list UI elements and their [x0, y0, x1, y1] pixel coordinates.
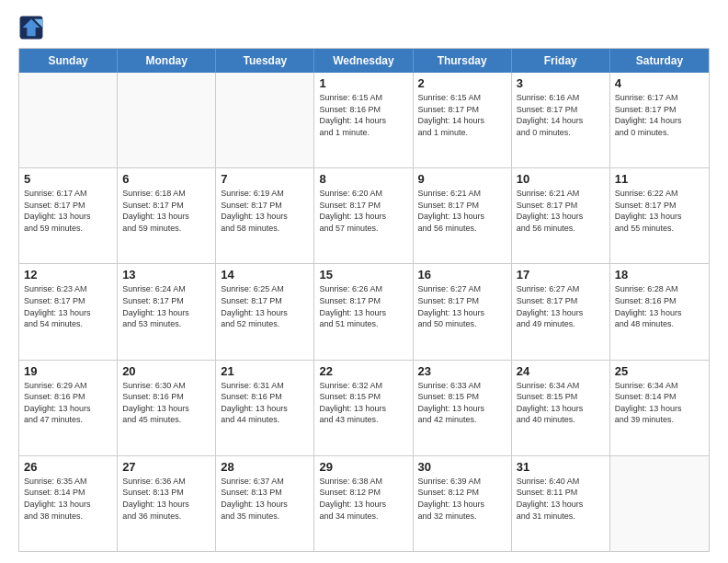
- day-number: 18: [615, 268, 704, 282]
- header-day-wednesday: Wednesday: [314, 49, 413, 73]
- day-number: 10: [517, 172, 605, 186]
- day-number: 2: [418, 76, 506, 90]
- logo-icon: [18, 15, 44, 40]
- day-info: Sunrise: 6:36 AM Sunset: 8:13 PM Dayligh…: [122, 476, 210, 522]
- empty-cell-4-6: [610, 456, 709, 551]
- day-number: 30: [418, 460, 506, 474]
- day-info: Sunrise: 6:29 AM Sunset: 8:16 PM Dayligh…: [24, 380, 112, 426]
- day-info: Sunrise: 6:23 AM Sunset: 8:17 PM Dayligh…: [24, 283, 112, 329]
- day-cell-6: 6Sunrise: 6:18 AM Sunset: 8:17 PM Daylig…: [118, 168, 216, 263]
- day-info: Sunrise: 6:34 AM Sunset: 8:14 PM Dayligh…: [615, 380, 704, 426]
- day-info: Sunrise: 6:15 AM Sunset: 8:17 PM Dayligh…: [418, 92, 506, 138]
- calendar: SundayMondayTuesdayWednesdayThursdayFrid…: [18, 48, 710, 552]
- calendar-row-3: 19Sunrise: 6:29 AM Sunset: 8:16 PM Dayli…: [19, 360, 709, 455]
- day-info: Sunrise: 6:25 AM Sunset: 8:17 PM Dayligh…: [221, 283, 309, 329]
- calendar-row-2: 12Sunrise: 6:23 AM Sunset: 8:17 PM Dayli…: [19, 263, 709, 359]
- day-cell-28: 28Sunrise: 6:37 AM Sunset: 8:13 PM Dayli…: [216, 456, 314, 551]
- day-info: Sunrise: 6:31 AM Sunset: 8:16 PM Dayligh…: [221, 380, 309, 426]
- header: [18, 15, 710, 40]
- header-day-sunday: Sunday: [19, 49, 118, 73]
- day-info: Sunrise: 6:19 AM Sunset: 8:17 PM Dayligh…: [221, 188, 309, 234]
- day-info: Sunrise: 6:27 AM Sunset: 8:17 PM Dayligh…: [418, 283, 506, 329]
- day-cell-16: 16Sunrise: 6:27 AM Sunset: 8:17 PM Dayli…: [414, 264, 512, 359]
- day-number: 17: [517, 268, 605, 282]
- day-info: Sunrise: 6:20 AM Sunset: 8:17 PM Dayligh…: [319, 188, 407, 234]
- day-info: Sunrise: 6:26 AM Sunset: 8:17 PM Dayligh…: [319, 283, 407, 329]
- day-number: 8: [319, 172, 407, 186]
- day-cell-18: 18Sunrise: 6:28 AM Sunset: 8:16 PM Dayli…: [610, 264, 709, 359]
- day-info: Sunrise: 6:28 AM Sunset: 8:16 PM Dayligh…: [615, 283, 704, 329]
- day-info: Sunrise: 6:24 AM Sunset: 8:17 PM Dayligh…: [122, 283, 210, 329]
- day-info: Sunrise: 6:37 AM Sunset: 8:13 PM Dayligh…: [221, 476, 309, 522]
- day-number: 15: [319, 268, 407, 282]
- day-cell-11: 11Sunrise: 6:22 AM Sunset: 8:17 PM Dayli…: [610, 168, 709, 263]
- day-number: 27: [122, 460, 210, 474]
- day-number: 13: [122, 268, 210, 282]
- day-cell-3: 3Sunrise: 6:16 AM Sunset: 8:17 PM Daylig…: [512, 73, 610, 167]
- day-cell-10: 10Sunrise: 6:21 AM Sunset: 8:17 PM Dayli…: [512, 168, 610, 263]
- calendar-row-4: 26Sunrise: 6:35 AM Sunset: 8:14 PM Dayli…: [19, 455, 709, 551]
- day-info: Sunrise: 6:17 AM Sunset: 8:17 PM Dayligh…: [24, 188, 112, 234]
- header-day-tuesday: Tuesday: [216, 49, 314, 73]
- day-number: 7: [221, 172, 309, 186]
- day-number: 25: [615, 364, 704, 378]
- day-number: 5: [24, 172, 112, 186]
- day-cell-22: 22Sunrise: 6:32 AM Sunset: 8:15 PM Dayli…: [314, 361, 413, 455]
- day-cell-4: 4Sunrise: 6:17 AM Sunset: 8:17 PM Daylig…: [610, 73, 709, 167]
- header-day-saturday: Saturday: [610, 49, 709, 73]
- day-number: 26: [24, 460, 112, 474]
- calendar-body: 1Sunrise: 6:15 AM Sunset: 8:16 PM Daylig…: [19, 73, 709, 551]
- calendar-row-0: 1Sunrise: 6:15 AM Sunset: 8:16 PM Daylig…: [19, 73, 709, 167]
- day-info: Sunrise: 6:30 AM Sunset: 8:16 PM Dayligh…: [122, 380, 210, 426]
- day-info: Sunrise: 6:39 AM Sunset: 8:12 PM Dayligh…: [418, 476, 506, 522]
- day-cell-13: 13Sunrise: 6:24 AM Sunset: 8:17 PM Dayli…: [118, 264, 216, 359]
- day-cell-20: 20Sunrise: 6:30 AM Sunset: 8:16 PM Dayli…: [118, 361, 216, 455]
- day-cell-24: 24Sunrise: 6:34 AM Sunset: 8:15 PM Dayli…: [512, 361, 610, 455]
- day-number: 9: [418, 172, 506, 186]
- day-info: Sunrise: 6:18 AM Sunset: 8:17 PM Dayligh…: [122, 188, 210, 234]
- day-cell-7: 7Sunrise: 6:19 AM Sunset: 8:17 PM Daylig…: [216, 168, 314, 263]
- header-day-monday: Monday: [118, 49, 216, 73]
- day-number: 21: [221, 364, 309, 378]
- empty-cell-0-0: [19, 73, 118, 167]
- day-cell-25: 25Sunrise: 6:34 AM Sunset: 8:14 PM Dayli…: [610, 361, 709, 455]
- day-info: Sunrise: 6:38 AM Sunset: 8:12 PM Dayligh…: [319, 476, 407, 522]
- day-number: 29: [319, 460, 407, 474]
- day-cell-5: 5Sunrise: 6:17 AM Sunset: 8:17 PM Daylig…: [19, 168, 118, 263]
- day-info: Sunrise: 6:34 AM Sunset: 8:15 PM Dayligh…: [517, 380, 605, 426]
- day-info: Sunrise: 6:22 AM Sunset: 8:17 PM Dayligh…: [615, 188, 704, 234]
- day-number: 22: [319, 364, 407, 378]
- day-cell-26: 26Sunrise: 6:35 AM Sunset: 8:14 PM Dayli…: [19, 456, 118, 551]
- day-number: 20: [122, 364, 210, 378]
- day-cell-1: 1Sunrise: 6:15 AM Sunset: 8:16 PM Daylig…: [314, 73, 413, 167]
- day-cell-23: 23Sunrise: 6:33 AM Sunset: 8:15 PM Dayli…: [414, 361, 512, 455]
- day-info: Sunrise: 6:32 AM Sunset: 8:15 PM Dayligh…: [319, 380, 407, 426]
- day-cell-9: 9Sunrise: 6:21 AM Sunset: 8:17 PM Daylig…: [414, 168, 512, 263]
- day-cell-14: 14Sunrise: 6:25 AM Sunset: 8:17 PM Dayli…: [216, 264, 314, 359]
- day-number: 14: [221, 268, 309, 282]
- day-cell-29: 29Sunrise: 6:38 AM Sunset: 8:12 PM Dayli…: [314, 456, 413, 551]
- day-number: 3: [517, 76, 605, 90]
- header-day-friday: Friday: [512, 49, 610, 73]
- day-cell-8: 8Sunrise: 6:20 AM Sunset: 8:17 PM Daylig…: [314, 168, 413, 263]
- day-info: Sunrise: 6:33 AM Sunset: 8:15 PM Dayligh…: [418, 380, 506, 426]
- day-cell-30: 30Sunrise: 6:39 AM Sunset: 8:12 PM Dayli…: [414, 456, 512, 551]
- day-info: Sunrise: 6:15 AM Sunset: 8:16 PM Dayligh…: [319, 92, 407, 138]
- day-number: 6: [122, 172, 210, 186]
- day-info: Sunrise: 6:35 AM Sunset: 8:14 PM Dayligh…: [24, 476, 112, 522]
- day-info: Sunrise: 6:27 AM Sunset: 8:17 PM Dayligh…: [517, 283, 605, 329]
- day-number: 1: [319, 76, 407, 90]
- day-cell-2: 2Sunrise: 6:15 AM Sunset: 8:17 PM Daylig…: [414, 73, 512, 167]
- calendar-header: SundayMondayTuesdayWednesdayThursdayFrid…: [19, 49, 709, 73]
- day-cell-27: 27Sunrise: 6:36 AM Sunset: 8:13 PM Dayli…: [118, 456, 216, 551]
- day-cell-31: 31Sunrise: 6:40 AM Sunset: 8:11 PM Dayli…: [512, 456, 610, 551]
- calendar-row-1: 5Sunrise: 6:17 AM Sunset: 8:17 PM Daylig…: [19, 167, 709, 263]
- page: SundayMondayTuesdayWednesdayThursdayFrid…: [0, 0, 728, 563]
- day-number: 31: [517, 460, 605, 474]
- day-info: Sunrise: 6:21 AM Sunset: 8:17 PM Dayligh…: [418, 188, 506, 234]
- day-number: 4: [615, 76, 704, 90]
- day-cell-21: 21Sunrise: 6:31 AM Sunset: 8:16 PM Dayli…: [216, 361, 314, 455]
- day-info: Sunrise: 6:40 AM Sunset: 8:11 PM Dayligh…: [517, 476, 605, 522]
- day-number: 23: [418, 364, 506, 378]
- day-info: Sunrise: 6:16 AM Sunset: 8:17 PM Dayligh…: [517, 92, 605, 138]
